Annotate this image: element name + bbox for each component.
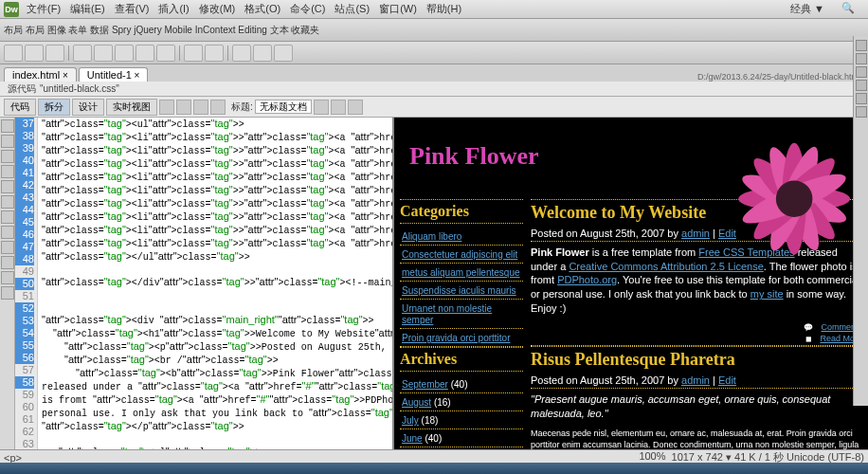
- flower-image: [660, 118, 868, 260]
- insert-toolbar: 布局 布局 图像 表单 数据 Spry jQuery Mobile InCont…: [0, 19, 868, 42]
- code-tool-icon[interactable]: [1, 256, 14, 269]
- menu-commands[interactable]: 命令(C): [290, 2, 325, 16]
- menu-file[interactable]: 文件(F): [27, 2, 61, 16]
- code-tool-icon[interactable]: [1, 226, 14, 239]
- menubar: Dw 文件(F) 编辑(E) 查看(V) 插入(I) 修改(M) 格式(O) 命…: [0, 0, 868, 19]
- category-item[interactable]: Aliquam libero: [400, 228, 523, 246]
- taskbar: [0, 463, 868, 474]
- search-icon[interactable]: 🔍: [841, 2, 855, 16]
- menu-view[interactable]: 查看(V): [115, 2, 150, 16]
- archive-item[interactable]: May (40): [400, 447, 523, 449]
- tool-icon[interactable]: [45, 45, 64, 62]
- tool-icon[interactable]: [4, 45, 23, 62]
- archive-item[interactable]: July (18): [400, 411, 523, 429]
- panel-icon[interactable]: [856, 40, 867, 51]
- toolbar-icon[interactable]: [331, 100, 346, 115]
- panel-dock: [853, 36, 868, 406]
- app-icon: Dw: [4, 2, 19, 17]
- code-pane[interactable]: 3738394041424344454647484950515253545556…: [15, 118, 394, 449]
- title-input[interactable]: [255, 100, 312, 114]
- code-view-button[interactable]: 代码: [4, 99, 36, 116]
- archive-item[interactable]: September (40): [400, 375, 523, 393]
- tool-icon[interactable]: [115, 45, 134, 62]
- menu-modify[interactable]: 修改(M): [199, 2, 236, 16]
- code-tool-icon[interactable]: [1, 286, 14, 300]
- insert-toolbar-icons: [0, 42, 868, 64]
- toolbar-icon[interactable]: [159, 100, 174, 115]
- tool-icon[interactable]: [94, 45, 113, 62]
- toolbar-icon[interactable]: [314, 100, 329, 115]
- post-links: 💬Comments◼Read More: [531, 319, 862, 346]
- line-gutter: 3738394041424344454647484950515253545556…: [15, 118, 38, 449]
- menu-format[interactable]: 格式(O): [244, 2, 280, 16]
- panel-icon[interactable]: [856, 53, 867, 64]
- archives-heading: Archives: [400, 347, 523, 372]
- code-editor[interactable]: "attr">class="tag"><ul"attr">class="tag"…: [38, 118, 392, 449]
- panel-icon[interactable]: [856, 80, 867, 91]
- main-area: 3738394041424344454647484950515253545556…: [0, 118, 868, 449]
- category-item[interactable]: metus aliquam pellentesque: [400, 264, 523, 282]
- panel-icon[interactable]: [856, 106, 867, 118]
- design-preview[interactable]: Pink Flower Categories Aliquam liberoCon…: [394, 118, 868, 449]
- category-item[interactable]: Suspendisse iaculis mauris: [400, 282, 523, 300]
- tool-icon[interactable]: [205, 45, 224, 62]
- live-view-button[interactable]: 实时视图: [106, 99, 157, 116]
- quote-text: "Praesent augue mauris, accumsan eget, o…: [531, 389, 862, 424]
- document-toolbar: 代码 拆分 设计 实时视图 标题:: [0, 97, 868, 118]
- code-tool-icon[interactable]: [1, 165, 14, 178]
- tool-icon[interactable]: [253, 45, 272, 62]
- menu-edit[interactable]: 编辑(E): [70, 2, 105, 16]
- toolbar-icon[interactable]: [348, 100, 363, 115]
- title-label: 标题:: [231, 100, 253, 114]
- tool-icon[interactable]: [73, 45, 92, 62]
- svg-point-8: [776, 180, 813, 217]
- code-tool-icon[interactable]: [1, 210, 14, 224]
- css-file-link[interactable]: "untitled-black.css": [40, 83, 119, 94]
- code-tool-icon[interactable]: [1, 150, 14, 163]
- split-view-button[interactable]: 拆分: [38, 99, 70, 116]
- code-tool-icon[interactable]: [1, 135, 14, 148]
- code-tool-icon[interactable]: [1, 241, 14, 254]
- file-path: D:/gw/2013.6.24/25-day/Untitled-black.ht…: [697, 72, 864, 82]
- code-tool-icon[interactable]: [1, 271, 14, 284]
- code-tool-icon[interactable]: [1, 195, 14, 209]
- tool-icon[interactable]: [25, 45, 44, 62]
- tool-icon[interactable]: [274, 45, 293, 62]
- workspace-switcher[interactable]: 经典 ▼: [790, 2, 824, 16]
- code-toolbar: [0, 118, 15, 449]
- tool-icon[interactable]: [184, 45, 203, 62]
- tab-untitled[interactable]: Untitled-1 ×: [79, 67, 149, 82]
- category-item[interactable]: Proin gravida orci porttitor: [400, 329, 523, 347]
- menu-site[interactable]: 站点(S): [335, 2, 370, 16]
- toolbar-icon[interactable]: [193, 100, 208, 115]
- related-files-bar: 源代码 "untitled-black.css": [0, 82, 868, 97]
- menu-insert[interactable]: 插入(I): [158, 2, 189, 16]
- code-tool-icon[interactable]: [1, 180, 14, 193]
- panel-icon[interactable]: [856, 93, 867, 104]
- toolbar-icon[interactable]: [176, 100, 191, 115]
- post-meta-2: Posted on August 25th, 2007 by admin | E…: [531, 373, 862, 389]
- menu-help[interactable]: 帮助(H): [426, 2, 461, 16]
- document-tabs: index.html × Untitled-1 × D:/gw/2013.6.2…: [0, 64, 868, 82]
- code-tool-icon[interactable]: [1, 119, 14, 133]
- source-button[interactable]: 源代码: [8, 82, 36, 96]
- menu-window[interactable]: 窗口(W): [379, 2, 417, 16]
- panel-icon[interactable]: [856, 66, 867, 78]
- design-view-button[interactable]: 设计: [72, 99, 104, 116]
- second-heading: Risus Pellentesque Pharetra: [531, 346, 862, 373]
- body-text-2: Maecenas pede nisl, elementum eu, ornare…: [531, 425, 862, 449]
- tab-index[interactable]: index.html ×: [4, 67, 77, 82]
- preview-sidebar: Categories Aliquam liberoConsectetuer ad…: [400, 199, 523, 449]
- category-item[interactable]: Consectetuer adipiscing elit: [400, 246, 523, 264]
- archive-item[interactable]: June (40): [400, 429, 523, 447]
- tool-icon[interactable]: [232, 45, 251, 62]
- tool-icon[interactable]: [136, 45, 154, 62]
- tool-icon[interactable]: [156, 45, 175, 62]
- tag-selector[interactable]: <p>: [4, 452, 22, 464]
- category-item[interactable]: Urnanet non molestie semper: [400, 300, 523, 329]
- archive-item[interactable]: August (16): [400, 393, 523, 411]
- categories-heading: Categories: [400, 199, 523, 224]
- toolbar-icon[interactable]: [210, 100, 226, 115]
